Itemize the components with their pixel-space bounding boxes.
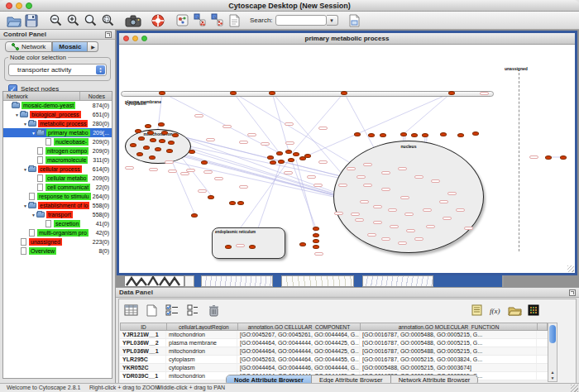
network-node[interactable] [149,155,156,160]
zoom-out-button[interactable] [47,12,65,28]
network-node[interactable] [161,131,168,135]
network-node[interactable] [201,160,208,165]
network-node[interactable] [237,201,244,205]
expand-arrow-icon[interactable]: ▼ [31,213,36,218]
table-row[interactable]: YPL036W__2plasma membrane[GO:0044464, GO… [120,339,548,347]
table-row[interactable]: YLR295Ccytoplasm[GO:0045263, GO:0044464,… [120,356,548,364]
minimize-view-icon[interactable] [132,36,138,41]
network-node[interactable] [147,131,154,135]
search-input[interactable] [275,15,327,26]
network-node[interactable] [313,239,319,243]
column-id[interactable]: ID [121,323,167,330]
tab-network[interactable]: Network [5,41,52,52]
network-node[interactable] [189,150,195,154]
network-node[interactable] [440,132,447,136]
network-node[interactable] [313,233,319,237]
network-node[interactable] [135,129,141,133]
table-row[interactable]: YKR052Ccytoplasm[GO:0044464, GO:0044446,… [120,364,548,372]
tree-row[interactable]: response to stimulu264(0) [3,192,112,201]
network-node[interactable] [230,91,237,95]
network-node[interactable] [166,149,173,153]
expand-arrow-icon[interactable]: ▼ [22,203,28,208]
view-resize-grip[interactable] [567,265,574,272]
tab-mosaic[interactable]: Mosaic [52,41,88,52]
network-node[interactable] [150,138,156,142]
close-window-icon[interactable] [6,2,12,9]
scrollbar-thumb[interactable] [549,325,556,343]
layout-button-1[interactable] [191,12,208,28]
tree-row[interactable]: mosaic-demo-yeast874(0) [3,101,112,110]
network-canvas[interactable]: plasma membrane cytoplasm mitochondrion … [119,45,575,273]
scroll-down-icon[interactable]: ▼ [548,375,557,380]
network-node[interactable] [159,91,165,95]
network-node[interactable] [158,122,165,127]
attribute-editor-button[interactable] [469,303,484,318]
tree-row[interactable]: multi-organism pro42(0) [3,228,112,237]
layout-button-2[interactable] [208,12,226,28]
network-node[interactable] [545,155,552,160]
network-node[interactable] [155,147,161,151]
new-attribute-button[interactable] [144,303,159,318]
network-node[interactable] [457,133,464,137]
expand-arrow-icon[interactable]: ▼ [14,112,20,117]
network-node[interactable] [225,245,232,249]
network-node[interactable] [229,201,236,205]
overview-window-fragment[interactable] [124,275,184,287]
unselect-attributes-button[interactable] [185,303,200,318]
tree-row[interactable]: unassigned223(0) [3,237,112,246]
network-node[interactable] [278,160,285,164]
table-scrollbar[interactable]: ▲ ▼ [548,323,557,382]
expand-arrow-icon[interactable]: ▼ [31,131,36,136]
network-node[interactable] [560,155,567,160]
network-node[interactable] [422,133,428,137]
scroll-up-icon[interactable]: ▲ [548,370,557,375]
network-node[interactable] [143,146,150,150]
tree-row[interactable]: Overview8(0) [3,246,112,256]
network-node[interactable] [380,133,386,137]
matrix-view-button[interactable] [526,303,541,318]
network-node[interactable] [313,227,319,231]
zoom-selected-button[interactable] [99,12,117,28]
background-window-fragment-2[interactable] [281,275,354,287]
vizmapper-button[interactable] [174,12,191,28]
network-node[interactable] [448,91,455,95]
network-node[interactable] [285,150,292,154]
network-node[interactable] [191,213,198,218]
table-row[interactable]: YPL036W__1mitochondrion[GO:0044464, GO:0… [120,347,548,356]
network-node[interactable] [145,124,151,128]
network-node[interactable] [269,91,275,95]
network-node[interactable] [411,133,418,137]
delete-attribute-button[interactable] [206,303,221,318]
network-node[interactable] [276,151,283,155]
zoom-fit-button[interactable] [82,12,99,28]
network-node[interactable] [288,158,294,162]
tree-row[interactable]: nucleobase-209(0) [3,137,112,146]
network-node[interactable] [341,91,347,95]
network-node[interactable] [270,160,276,165]
background-window-fragment-1[interactable] [201,275,273,287]
tree-row[interactable]: ▼cellular process614(0) [3,165,112,174]
column-molecular-function[interactable]: annotation.GO MOLECULAR_FUNCTION [361,323,538,330]
tree-row[interactable]: ▼primary metabo209(... [3,128,112,137]
import-button[interactable] [346,12,363,28]
network-node[interactable] [293,152,299,156]
network-node[interactable] [354,132,361,136]
attribute-table-button[interactable] [123,303,138,318]
table-row[interactable]: YJR121W__1mitochondrion[GO:0045267, GO:0… [120,331,548,339]
zoom-view-icon[interactable] [141,36,147,41]
tree-row[interactable]: ▼biological_process651(0) [3,110,112,119]
network-node[interactable] [159,139,165,143]
tree-row[interactable]: ▼transport558(0) [3,210,112,219]
tree-row[interactable]: macromolecule311(0) [3,155,112,165]
save-button[interactable] [22,12,40,28]
network-node[interactable] [172,133,179,137]
more-tabs-button[interactable]: ▶ [88,41,98,52]
network-view-window[interactable]: primary metabolic process plasma membran… [117,31,577,275]
network-node[interactable] [249,245,256,249]
network-node[interactable] [130,143,136,147]
network-node[interactable] [313,245,319,249]
import-attributes-button[interactable] [507,303,522,318]
network-node[interactable] [208,195,214,199]
tree-row[interactable]: ▼metabolic process280(0) [3,119,112,128]
network-node[interactable] [368,133,375,137]
